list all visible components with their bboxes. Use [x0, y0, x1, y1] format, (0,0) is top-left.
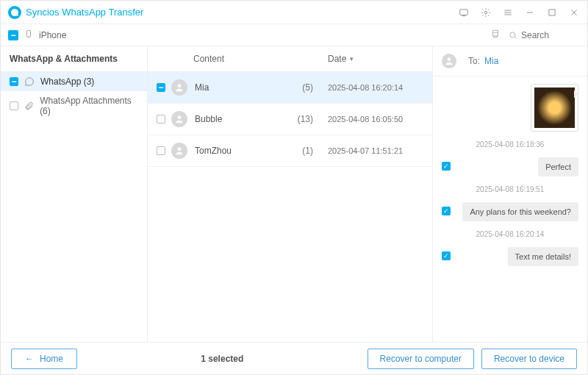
svg-rect-4: [493, 32, 498, 36]
svg-rect-2: [549, 9, 555, 15]
svg-point-1: [484, 11, 487, 14]
app-title: Syncios WhatsApp Transfer: [26, 7, 143, 18]
avatar-icon: [171, 111, 187, 127]
message-count: (13): [298, 114, 313, 124]
maximize-icon[interactable]: [546, 7, 558, 18]
svg-point-6: [178, 84, 182, 88]
device-name: iPhone: [39, 30, 66, 40]
contact-name: Mia: [195, 82, 302, 93]
conversation-list: Content Date▼ Mia (5) 2025-04-08 16:20:1…: [148, 46, 433, 342]
message-time: 2025-04-08 16:20:14: [442, 230, 578, 238]
menu-icon[interactable]: [502, 7, 514, 18]
device-bar: − iPhone: [1, 24, 587, 46]
contact-name: TomZhou: [195, 146, 302, 156]
titlebar: Syncios WhatsApp Transfer: [1, 1, 587, 24]
message-checkbox[interactable]: [442, 207, 451, 215]
svg-point-9: [448, 57, 451, 61]
checkbox[interactable]: [157, 115, 165, 124]
message-bubble[interactable]: Text me details!: [508, 247, 578, 266]
message-bubble[interactable]: Perfect: [538, 157, 578, 176]
last-date: 2025-04-08 16:05:50: [328, 115, 423, 124]
conversation-row[interactable]: Bubble (13) 2025-04-08 16:05:50: [148, 104, 432, 135]
footer: ← Home 1 selected Recover to computer Re…: [1, 342, 587, 374]
sidebar-header: WhatsApp & Attachments: [1, 46, 147, 72]
last-date: 2025-04-08 16:20:14: [328, 83, 423, 92]
svg-point-7: [178, 115, 182, 119]
whatsapp-icon: [24, 76, 35, 87]
avatar-icon: [171, 79, 187, 96]
attachment-icon: [24, 101, 34, 111]
checkbox[interactable]: [157, 146, 165, 155]
message-checkbox[interactable]: [442, 251, 451, 260]
close-icon[interactable]: [568, 7, 580, 18]
sidebar-item-label: WhatsApp Attachments (6): [40, 96, 138, 116]
to-name: Mia: [484, 56, 498, 66]
search-box[interactable]: [508, 30, 580, 40]
last-date: 2025-04-07 11:51:21: [328, 146, 423, 155]
feedback-icon[interactable]: [458, 7, 470, 18]
sidebar: WhatsApp & Attachments WhatsApp (3) What…: [1, 46, 148, 342]
avatar-icon: [442, 54, 456, 68]
message-time: 2025-04-08 16:19:51: [442, 185, 578, 193]
sort-desc-icon: ▼: [348, 56, 354, 63]
to-label: To:: [468, 56, 480, 66]
minimize-icon[interactable]: [524, 7, 536, 18]
app-logo: [8, 6, 21, 19]
selection-status: 1 selected: [85, 354, 360, 364]
home-button[interactable]: ← Home: [11, 349, 77, 369]
search-input[interactable]: [521, 30, 580, 40]
device-collapse-toggle[interactable]: −: [8, 30, 18, 40]
svg-point-8: [178, 147, 182, 151]
message-checkbox[interactable]: [442, 162, 451, 171]
column-content[interactable]: Content: [193, 54, 328, 64]
contact-name: Bubble: [195, 114, 298, 124]
print-icon[interactable]: [490, 29, 501, 41]
sidebar-item-whatsapp[interactable]: WhatsApp (3): [1, 72, 147, 91]
recover-to-computer-button[interactable]: Recover to computer: [368, 349, 474, 369]
conversation-row[interactable]: Mia (5) 2025-04-08 16:20:14: [148, 72, 432, 104]
settings-icon[interactable]: [480, 7, 492, 18]
search-icon: [508, 30, 518, 40]
message-time: 2025-04-08 16:18:36: [442, 140, 578, 149]
sidebar-item-label: WhatsApp (3): [40, 76, 94, 87]
phone-icon: [24, 29, 33, 41]
checkbox[interactable]: [10, 101, 18, 110]
message-bubble[interactable]: Any plans for this weekend?: [462, 202, 578, 221]
svg-rect-0: [460, 9, 468, 15]
svg-point-5: [510, 32, 515, 37]
back-arrow-icon: ←: [25, 354, 34, 364]
avatar-icon: [171, 143, 187, 159]
message-panel: To: Mia 2025-04-08 16:18:36 Perfect 2025…: [433, 46, 587, 342]
recover-to-device-button[interactable]: Recover to device: [481, 349, 577, 369]
message-image[interactable]: [531, 84, 578, 132]
checkbox[interactable]: [157, 83, 165, 92]
message-count: (5): [302, 82, 313, 93]
conversation-row[interactable]: TomZhou (1) 2025-04-07 11:51:21: [148, 135, 432, 167]
message-count: (1): [302, 146, 313, 156]
sidebar-item-attachments[interactable]: WhatsApp Attachments (6): [1, 91, 147, 121]
checkbox[interactable]: [10, 77, 18, 86]
column-date[interactable]: Date▼: [328, 54, 423, 64]
